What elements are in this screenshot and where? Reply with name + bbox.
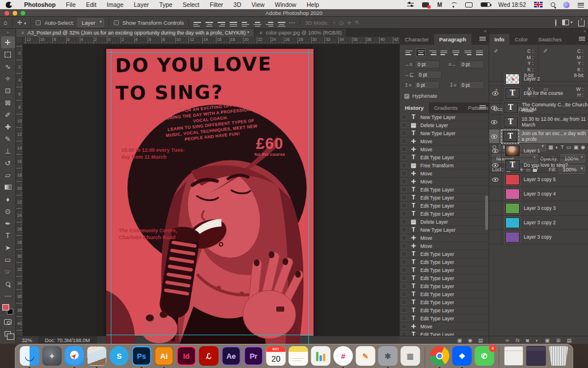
- close-window-button[interactable]: [5, 11, 9, 16]
- new-doc-from-state-icon[interactable]: ▣: [457, 338, 462, 343]
- dock-item-numbers[interactable]: [311, 346, 331, 368]
- menu-item-filter[interactable]: Filter: [204, 1, 228, 8]
- layer-visibility-toggle[interactable]: [489, 86, 502, 100]
- layer-row[interactable]: Layer 3 copy 2: [489, 216, 588, 230]
- layer-style-icon[interactable]: fx: [516, 338, 520, 343]
- menu-item-3d[interactable]: 3D: [229, 1, 246, 8]
- new-layer-icon[interactable]: ⊞: [556, 338, 560, 343]
- dock-item-notes[interactable]: [289, 346, 308, 368]
- calendar-app-icon[interactable]: MAY20: [266, 346, 286, 366]
- layer-row[interactable]: Layer 3 copy 3: [489, 201, 588, 216]
- menu-item-layer[interactable]: Layer: [129, 1, 154, 8]
- history-snapshot-well[interactable]: [401, 219, 407, 224]
- distribute-middle-icon[interactable]: [254, 18, 261, 28]
- history-state-row[interactable]: TEdit Type Layer: [400, 258, 489, 266]
- history-snapshot-well[interactable]: [401, 332, 407, 336]
- numbers-app-icon[interactable]: [311, 346, 331, 366]
- marquee-tool-icon[interactable]: [1, 48, 15, 60]
- history-snapshot-well[interactable]: [401, 324, 407, 329]
- history-state-row[interactable]: ✛Move: [400, 323, 489, 331]
- notification-center-icon[interactable]: [578, 2, 584, 7]
- history-snapshot-well[interactable]: [401, 235, 407, 240]
- dock-item-window-1[interactable]: [504, 346, 524, 368]
- history-state-row[interactable]: TNew Type Layer: [400, 113, 489, 121]
- layer-visibility-toggle[interactable]: [489, 144, 502, 158]
- history-snapshot-well[interactable]: [401, 203, 407, 208]
- panel-menu-icon[interactable]: [479, 105, 486, 109]
- eraser-tool-icon[interactable]: ▱: [1, 169, 15, 181]
- illustrator-app-icon[interactable]: Ai: [154, 346, 174, 366]
- history-brush-tool-icon[interactable]: ↺: [1, 157, 15, 169]
- pages-app-icon[interactable]: ✎: [356, 346, 376, 366]
- dock-item-mail[interactable]: [87, 346, 107, 368]
- zoom-level-field[interactable]: 32%: [16, 338, 38, 343]
- history-snapshot-well[interactable]: [401, 187, 407, 192]
- photoshop-app-icon[interactable]: Ps: [132, 346, 152, 366]
- history-state-row[interactable]: TEdit Type Layer: [400, 298, 489, 306]
- skype-app-icon[interactable]: S: [110, 346, 129, 366]
- para-align-center-button[interactable]: [416, 48, 425, 57]
- dropbox-app-icon[interactable]: ❖: [452, 346, 472, 366]
- history-snapshot-well[interactable]: [401, 316, 407, 321]
- tools-collapse-icon[interactable]: »: [0, 29, 16, 36]
- trash-app-icon[interactable]: [549, 346, 568, 366]
- close-tab-icon[interactable]: ✕: [21, 30, 25, 36]
- history-state-row[interactable]: TEdit Type Layer: [400, 210, 489, 218]
- auto-select-dropdown[interactable]: Layer: [78, 18, 104, 27]
- blur-tool-icon[interactable]: ♦: [1, 193, 15, 205]
- history-snapshot-well[interactable]: [401, 211, 407, 216]
- clone-stamp-tool-icon[interactable]: ⊥: [1, 145, 15, 157]
- history-state-row[interactable]: ▤Delete Layer: [400, 121, 489, 129]
- distribute-top-icon[interactable]: [242, 18, 249, 28]
- doc-tab-a3-poster[interactable]: ✕ A3_Poster.psd @ 32% (Join us for an ex…: [16, 29, 254, 37]
- history-snapshot-well[interactable]: [401, 131, 407, 136]
- spotlight-icon[interactable]: [551, 2, 555, 7]
- display-mirroring-icon[interactable]: [465, 2, 473, 7]
- launchpad-app-icon[interactable]: ✦: [42, 346, 62, 366]
- distribute-bottom-icon[interactable]: [266, 18, 273, 28]
- history-snapshot-well[interactable]: [401, 171, 407, 176]
- dodge-tool-icon[interactable]: ⊙: [1, 205, 15, 217]
- align-justify-icon[interactable]: [230, 18, 237, 28]
- more-options-icon[interactable]: ⋯: [289, 20, 295, 26]
- dock-item-facetime[interactable]: ✆4: [475, 346, 494, 368]
- grid-app-app-icon[interactable]: ▦: [401, 346, 420, 366]
- auto-select-checkbox[interactable]: [36, 20, 41, 25]
- layer-row[interactable]: Layer 2: [489, 72, 588, 86]
- history-state-row[interactable]: ✛Move: [400, 145, 489, 154]
- history-state-row[interactable]: TEdit Type Layer: [400, 250, 489, 258]
- new-group-icon[interactable]: ▣: [545, 338, 550, 343]
- history-snapshot-well[interactable]: [401, 155, 407, 160]
- dock-item-chrome[interactable]: [430, 346, 450, 368]
- foreground-color-swatch[interactable]: [2, 304, 9, 310]
- edit-toolbar-icon[interactable]: ⋯: [1, 290, 15, 302]
- history-state-row[interactable]: ▤Free Transform: [400, 162, 489, 170]
- history-state-row[interactable]: ▤Delete Layer: [400, 218, 489, 226]
- tab-gradients[interactable]: Gradients: [429, 102, 463, 113]
- new-snapshot-icon[interactable]: ◉: [468, 338, 473, 343]
- link-layers-icon[interactable]: ∞: [506, 338, 509, 343]
- zoom-tool-icon[interactable]: [1, 278, 15, 290]
- show-transform-checkbox[interactable]: [114, 20, 119, 25]
- tab-swatches[interactable]: Swatches: [533, 34, 567, 45]
- layer-visibility-toggle[interactable]: [489, 115, 500, 129]
- layer-row[interactable]: TDo you love to sing?: [489, 158, 588, 172]
- layer-visibility-toggle[interactable]: [489, 187, 502, 201]
- sliders-menu-icon[interactable]: [407, 2, 414, 7]
- apple-menu-icon[interactable]: [6, 2, 12, 8]
- workspace-switcher-icon[interactable]: ▾: [562, 20, 572, 25]
- dock-item-indesign[interactable]: Id: [177, 346, 196, 368]
- dock-item-aftereffects[interactable]: Ae: [222, 346, 241, 368]
- tab-paragraph[interactable]: Paragraph: [434, 34, 471, 45]
- quick-mask-button[interactable]: [1, 316, 15, 328]
- dock-item-settings[interactable]: ✻: [378, 346, 398, 368]
- layer-visibility-toggle[interactable]: [489, 216, 502, 229]
- history-snapshot-well[interactable]: [401, 292, 407, 297]
- guide-vertical-left[interactable]: [111, 49, 111, 344]
- eyedropper-tool-icon[interactable]: ✐: [1, 109, 15, 121]
- type-tool-icon[interactable]: T: [1, 229, 15, 241]
- history-snapshot-well[interactable]: [401, 259, 407, 264]
- indent-left-field[interactable]: 0 pt: [415, 60, 440, 68]
- menu-item-view[interactable]: View: [246, 1, 270, 8]
- adjustment-layer-icon[interactable]: ◐: [535, 338, 538, 343]
